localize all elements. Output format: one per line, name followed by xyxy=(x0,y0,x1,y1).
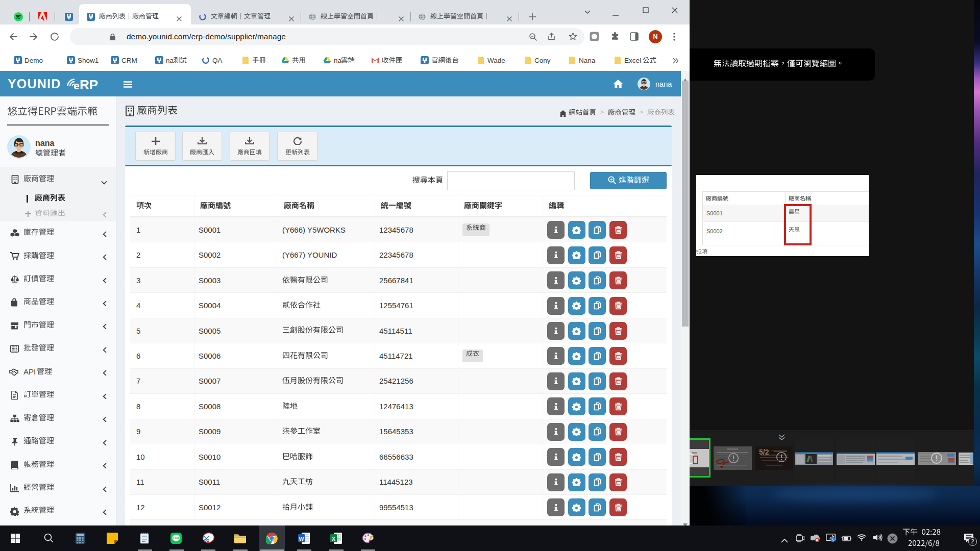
svg-text:LINE: LINE xyxy=(173,537,180,540)
svg-text:YOUNID: YOUNID xyxy=(8,77,61,91)
svg-text:e: e xyxy=(74,80,80,91)
svg-text:RP: RP xyxy=(80,77,98,91)
svg-text:W: W xyxy=(299,536,304,542)
svg-text:X: X xyxy=(332,536,335,542)
